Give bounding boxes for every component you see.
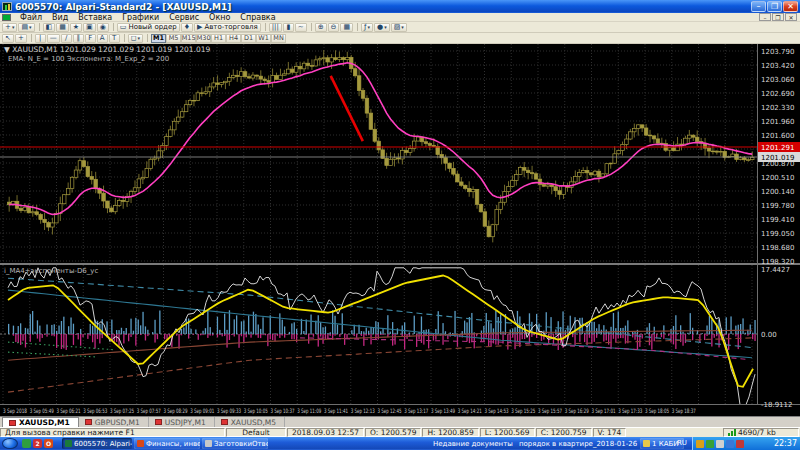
dropdown-arrow-icon[interactable]: ▾: [12, 24, 15, 30]
chart-bars-button[interactable]: |||: [269, 23, 282, 32]
chart-candles-button[interactable]: ▮: [283, 23, 294, 32]
indicators-button[interactable]: ƒ▾: [361, 23, 373, 32]
dropdown-arrow-icon[interactable]: ▾: [384, 24, 387, 30]
fibonacci-tool[interactable]: F: [85, 34, 96, 43]
chart-tab-GBPUSD,M1[interactable]: GBPUSD,M1: [79, 417, 149, 427]
child-restore-button[interactable]: ❐: [772, 13, 784, 21]
menu-Графики[interactable]: Графики: [117, 13, 164, 22]
channel-tool[interactable]: ∥: [73, 34, 84, 43]
quicklaunch-green-icon[interactable]: [22, 439, 31, 448]
market-watch-button[interactable]: ◧: [43, 23, 56, 32]
trendline-tool[interactable]: /: [61, 34, 72, 43]
data-window-icon: ▦: [59, 23, 66, 31]
svg-text:3 Sep 09:01: 3 Sep 09:01: [190, 407, 214, 415]
strategy-tester-icon: ◉: [100, 23, 106, 31]
tray-monitor-icon[interactable]: [736, 440, 744, 448]
menu-Вид[interactable]: Вид: [47, 13, 73, 22]
dropdown-arrow-icon[interactable]: ▾: [368, 24, 371, 30]
tray-antivirus-icon[interactable]: [706, 440, 714, 448]
status-profile[interactable]: Default: [226, 428, 286, 437]
timeframe-m1-button[interactable]: M1: [151, 34, 166, 43]
status-connection: 4690/7 kb: [723, 428, 799, 437]
label-tool[interactable]: T: [109, 34, 120, 43]
task-label: ЗаготовкиОтвето...: [214, 440, 268, 448]
horizontal-line-tool[interactable]: —: [47, 34, 60, 43]
templates-button[interactable]: ▨▾: [391, 23, 407, 32]
minimize-button[interactable]: –: [751, 1, 766, 12]
task-button[interactable]: 6005570: Alpari-S...: [62, 438, 132, 449]
task-button[interactable]: порядок в квартире_2018-01-26: [516, 438, 638, 449]
timeframe-h4-button[interactable]: H4: [226, 34, 241, 43]
navigator-button[interactable]: ★: [70, 23, 82, 32]
zoom-in-icon: ⊕: [318, 23, 324, 31]
task-button[interactable]: Финансы, инвест...: [134, 438, 200, 449]
metaeditor-icon: ♦: [184, 23, 190, 31]
chart-tab-label: USDJPY,M1: [165, 418, 206, 427]
cursor-tool[interactable]: ↖: [2, 34, 14, 43]
menu-Вставка[interactable]: Вставка: [73, 13, 117, 22]
close-button[interactable]: ✕: [783, 1, 798, 12]
standard-toolbar: +▾▤▾◧▦★▣◉▭Новый ордер♦▶Авто-торговля|||▮…: [0, 22, 800, 33]
child-close-button[interactable]: ✕: [785, 13, 797, 21]
chart-tab-USDJPY,M1[interactable]: USDJPY,M1: [149, 417, 215, 427]
quicklaunch-badge2-icon[interactable]: 2: [33, 439, 42, 448]
channel-icon: ∥: [77, 34, 81, 42]
task-button[interactable]: Недавние документы: [430, 438, 514, 449]
timeframe-w1-button[interactable]: W1: [256, 34, 271, 43]
timeframe-m5-button[interactable]: M5: [166, 34, 181, 43]
svg-text:17.4427: 17.4427: [761, 266, 790, 274]
restore-button[interactable]: ❐: [767, 1, 782, 12]
svg-text:1201.019: 1201.019: [761, 154, 794, 162]
menu-Сервис[interactable]: Сервис: [164, 13, 204, 22]
chart-candles-icon: ▮: [286, 23, 290, 31]
periods-button[interactable]: ●▾: [374, 23, 390, 32]
data-window-button[interactable]: ▦: [56, 23, 69, 32]
tray-volume-icon[interactable]: [716, 440, 724, 448]
svg-text:1200.510: 1200.510: [761, 174, 794, 182]
tray-alert-icon[interactable]: [696, 440, 704, 448]
language-indicator[interactable]: RU: [674, 438, 690, 449]
dropdown-arrow-icon[interactable]: ▾: [29, 24, 32, 30]
terminal-button[interactable]: ▣: [83, 23, 96, 32]
chart-tab-XAUUSD,M5[interactable]: XAUUSD,M5: [215, 417, 285, 427]
vertical-line-tool[interactable]: |: [35, 34, 46, 43]
menu-Файл[interactable]: Файл: [15, 13, 47, 22]
svg-text:1201.600: 1201.600: [761, 132, 794, 140]
start-button[interactable]: [2, 438, 18, 449]
menu-Окно[interactable]: Окно: [204, 13, 235, 22]
new-order-icon: ▭: [120, 23, 127, 31]
chart-line-button[interactable]: ~: [295, 23, 307, 32]
strategy-tester-button[interactable]: ◉: [97, 23, 109, 32]
task-button[interactable]: ЗаготовкиОтвето...: [202, 438, 268, 449]
zoom-out-button[interactable]: ⊖: [328, 23, 340, 32]
svg-text:-18.9112: -18.9112: [761, 401, 792, 409]
chart-tab-XAUUSD,M1[interactable]: XAUUSD,M1: [2, 417, 79, 427]
terminal-icon: ▣: [86, 23, 93, 31]
autotrading-button[interactable]: ▶Авто-торговля: [194, 23, 261, 32]
new-order-button[interactable]: ▭Новый ордер: [117, 23, 180, 32]
profiles-button[interactable]: ▤▾: [18, 23, 34, 32]
chart-canvas[interactable]: ▼ XAUUSD,M1 1201.029 1201.029 1201.019 1…: [0, 44, 800, 416]
timeframe-mn-button[interactable]: MN: [271, 34, 286, 43]
dropdown-arrow-icon[interactable]: ▾: [138, 35, 141, 41]
status-bar: Для вызова справки нажмите F1 Default 20…: [0, 427, 800, 437]
profiles-icon: ▤: [21, 23, 28, 31]
metaeditor-button[interactable]: ♦: [181, 23, 193, 32]
opera-quicklaunch-icon[interactable]: O: [44, 439, 53, 448]
text-tool[interactable]: A: [97, 34, 108, 43]
crosshair-icon: +: [18, 34, 24, 42]
menu-Справка[interactable]: Справка: [235, 13, 280, 22]
shapes-tool[interactable]: ◻▾: [128, 34, 143, 43]
new-chart-button[interactable]: +▾: [2, 23, 17, 32]
dropdown-arrow-icon[interactable]: ▾: [401, 24, 404, 30]
tile-windows-button[interactable]: ▦: [340, 23, 353, 32]
child-minimize-button[interactable]: –: [759, 13, 771, 21]
timeframe-m15-button[interactable]: M15: [181, 34, 196, 43]
task-icon: [137, 440, 144, 447]
timeframe-h1-button[interactable]: H1: [211, 34, 226, 43]
timeframe-m30-button[interactable]: M30: [196, 34, 211, 43]
tray-network-icon[interactable]: [726, 440, 734, 448]
zoom-in-button[interactable]: ⊕: [315, 23, 327, 32]
crosshair-tool[interactable]: +: [15, 34, 27, 43]
timeframe-d1-button[interactable]: D1: [241, 34, 256, 43]
